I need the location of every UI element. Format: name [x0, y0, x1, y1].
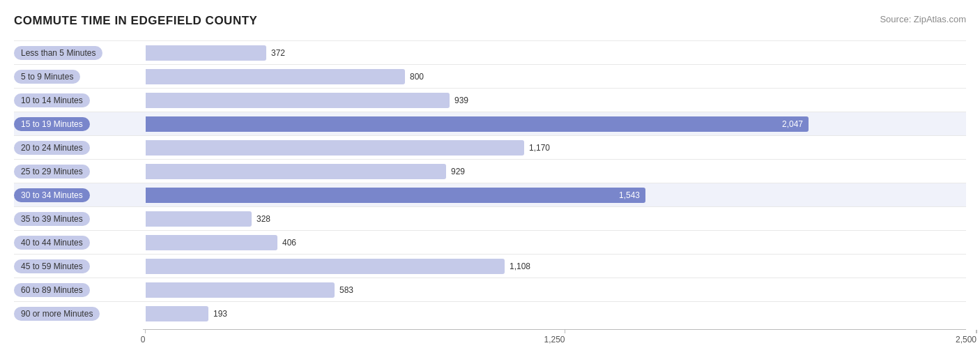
bar-value: 929 [451, 167, 465, 176]
bar-label: 20 to 24 Minutes [14, 141, 90, 155]
x-tick-line [976, 330, 977, 333]
chart-header: COMMUTE TIME IN EDGEFIELD COUNTY Source:… [14, 14, 966, 28]
chart-bars: Less than 5 Minutes3725 to 9 Minutes8001… [14, 40, 966, 325]
bar-label: 5 to 9 Minutes [14, 70, 80, 84]
bar-cell: 193 [143, 302, 966, 325]
bar-fill [146, 211, 252, 227]
bar-cell: 939 [143, 89, 966, 112]
bar-cell: 2,047 [143, 112, 966, 135]
bar-fill [146, 140, 524, 156]
bar-fill [146, 235, 277, 250]
bar-value: 1,543 [619, 190, 640, 200]
bar-label: Less than 5 Minutes [14, 46, 102, 60]
bar-row: 5 to 9 Minutes800 [14, 64, 966, 88]
chart-container: COMMUTE TIME IN EDGEFIELD COUNTY Source:… [14, 14, 966, 343]
bar-fill [146, 69, 405, 84]
bar-value: 1,108 [510, 261, 530, 271]
bar-fill [146, 259, 505, 274]
bar-row: 10 to 14 Minutes939 [14, 88, 966, 112]
chart-source: Source: ZipAtlas.com [880, 14, 966, 24]
chart-title: COMMUTE TIME IN EDGEFIELD COUNTY [14, 14, 257, 28]
bar-value: 1,170 [529, 143, 550, 153]
bar-row: 90 or more Minutes193 [14, 301, 966, 325]
bar-label: 25 to 29 Minutes [14, 165, 90, 179]
bar-fill [146, 282, 335, 298]
bar-label: 45 to 59 Minutes [14, 259, 90, 273]
label-cell: 10 to 14 Minutes [14, 93, 143, 107]
x-tick: 2,500 [966, 330, 980, 344]
bar-label: 35 to 39 Minutes [14, 212, 90, 226]
label-cell: 90 or more Minutes [14, 307, 143, 321]
bar-value: 583 [339, 285, 353, 295]
x-tick-line [565, 330, 566, 333]
bar-cell: 328 [143, 207, 966, 230]
bar-cell: 406 [143, 231, 966, 254]
x-tick-label: 1,250 [544, 335, 565, 344]
bar-cell: 800 [143, 65, 966, 88]
bar-cell: 1,108 [143, 255, 966, 278]
bar-value: 2,047 [782, 119, 803, 129]
bar-cell: 929 [143, 160, 966, 183]
label-cell: 20 to 24 Minutes [14, 141, 143, 155]
x-axis: 01,2502,500 [143, 329, 966, 343]
bar-row: 15 to 19 Minutes2,047 [14, 112, 966, 135]
bar-cell: 372 [143, 41, 966, 64]
bar-label: 60 to 89 Minutes [14, 283, 90, 297]
bar-value: 372 [271, 48, 285, 58]
bar-cell: 583 [143, 278, 966, 301]
bar-value: 406 [282, 238, 296, 248]
bar-fill [146, 93, 450, 108]
x-tick-label: 2,500 [956, 335, 977, 344]
bar-row: 25 to 29 Minutes929 [14, 159, 966, 183]
bar-label: 30 to 34 Minutes [14, 188, 90, 202]
bar-value: 328 [257, 214, 270, 224]
label-cell: 25 to 29 Minutes [14, 165, 143, 179]
label-cell: 35 to 39 Minutes [14, 212, 143, 226]
x-axis-inner: 01,2502,500 [143, 329, 966, 343]
bar-cell: 1,543 [143, 183, 966, 206]
bar-fill: 1,543 [146, 188, 645, 203]
bar-value: 800 [410, 72, 424, 82]
label-cell: 30 to 34 Minutes [14, 188, 143, 202]
bar-label: 40 to 44 Minutes [14, 236, 90, 250]
bar-fill [146, 164, 446, 179]
bar-row: 30 to 34 Minutes1,543 [14, 183, 966, 206]
bar-fill: 2,047 [146, 116, 809, 132]
bar-label: 10 to 14 Minutes [14, 93, 90, 107]
bar-row: 60 to 89 Minutes583 [14, 278, 966, 301]
bar-fill [146, 306, 208, 321]
x-tick: 1,250 [555, 330, 576, 344]
label-cell: 40 to 44 Minutes [14, 236, 143, 250]
bar-row: 40 to 44 Minutes406 [14, 230, 966, 254]
x-tick: 0 [143, 330, 148, 344]
bar-row: 35 to 39 Minutes328 [14, 206, 966, 230]
bar-row: Less than 5 Minutes372 [14, 40, 966, 64]
bar-label: 15 to 19 Minutes [14, 117, 90, 131]
label-cell: 60 to 89 Minutes [14, 283, 143, 297]
bar-value: 939 [454, 96, 468, 105]
label-cell: 15 to 19 Minutes [14, 117, 143, 131]
bar-label: 90 or more Minutes [14, 307, 100, 321]
bar-value: 193 [213, 309, 227, 319]
label-cell: 5 to 9 Minutes [14, 70, 143, 84]
bar-row: 45 to 59 Minutes1,108 [14, 254, 966, 278]
bar-cell: 1,170 [143, 136, 966, 159]
x-tick-line [145, 330, 146, 333]
bar-fill [146, 45, 266, 61]
x-tick-label: 0 [141, 335, 146, 344]
label-cell: 45 to 59 Minutes [14, 259, 143, 273]
bar-row: 20 to 24 Minutes1,170 [14, 135, 966, 159]
label-cell: Less than 5 Minutes [14, 46, 143, 60]
